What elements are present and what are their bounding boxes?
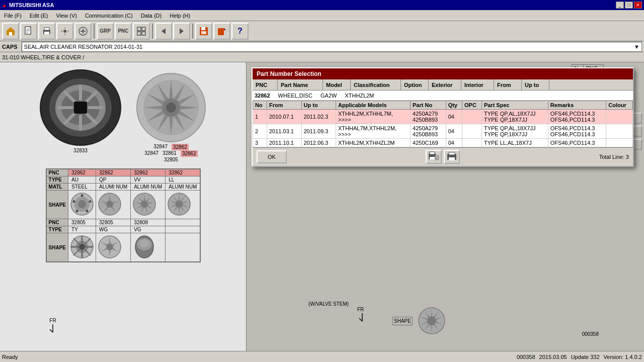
modal-hdr-pnc[interactable]: PNC [253, 79, 278, 90]
modal-hdr-partname[interactable]: Part Name [278, 79, 323, 90]
cell-models: XTHHAL7M,XTHHL2M,>>>> [336, 124, 411, 139]
next-button[interactable] [173, 23, 190, 40]
document-button[interactable] [20, 23, 37, 40]
table-row[interactable]: 1 2010.07.1 2011.02.3 XTHHL2M,XTHHL7M,>>… [253, 110, 633, 124]
modal-hdr-model[interactable]: Model [323, 79, 351, 90]
cell-opc [462, 110, 482, 124]
col-no: No [253, 101, 267, 110]
info-pnc: 32862 [255, 93, 270, 99]
close-btn[interactable]: ✕ [634, 2, 642, 9]
app-logo: ▲ [2, 3, 7, 8]
part-number-selection-modal: Part Number Selection PNC Part Name Mode… [252, 67, 634, 167]
svg-rect-78 [430, 152, 435, 154]
print-screen-button[interactable] [426, 150, 442, 164]
modal-info-row: 32862 WHEEL,DISC GA2W XTHHZL2M [253, 90, 633, 101]
col-from: From [267, 101, 301, 110]
modal-hdr-class[interactable]: Classification [351, 79, 401, 90]
status-ready: Ready [2, 354, 18, 360]
print-button-2[interactable] [444, 150, 460, 164]
status-update: Update 332 [571, 354, 600, 360]
modal-hdr-from[interactable]: From [494, 79, 522, 90]
cell-partno: 4250A279 4250B893 [411, 110, 446, 124]
modal-print-buttons [426, 150, 460, 164]
menu-view[interactable]: View (V) [54, 12, 79, 20]
modal-title: Part Number Selection [257, 70, 321, 77]
cell-qty: 04 [446, 110, 462, 124]
cell-opc [462, 139, 482, 147]
table-row[interactable]: 2 2011.03.1 2011.09.3 XTHHAL7M,XTHHL2M,>… [253, 124, 633, 139]
modal-hdr-interior[interactable]: Interior [461, 79, 494, 90]
add-button[interactable] [74, 23, 92, 40]
svg-marker-19 [162, 28, 166, 34]
cell-partspec: TYPE QP,AL,18X7JJ TYPE QP,18X7JJ [481, 124, 548, 139]
help-button[interactable]: ? [231, 23, 249, 40]
col-remarks: Remarks [548, 101, 606, 110]
cell-opc [462, 124, 482, 139]
menu-edit[interactable]: Edit (E) [28, 12, 50, 20]
svg-rect-15 [137, 27, 141, 31]
svg-rect-79 [430, 157, 435, 159]
table-row[interactable]: 3 2011.10.1 2012.06.3 XTHHL2M,XTHHZL2M 4… [253, 139, 633, 147]
menu-data[interactable]: Data (D) [139, 12, 164, 20]
modal-hdr-option[interactable]: Option [401, 79, 429, 90]
svg-rect-17 [137, 32, 141, 35]
cell-upto: 2011.09.3 [301, 124, 336, 139]
svg-marker-1 [7, 27, 15, 31]
cell-from: 2011.10.1 [267, 139, 301, 147]
caps-value: SEAL,AIR CLEANER RESONATOR 2014-01-31 [24, 44, 143, 50]
print-button[interactable] [38, 23, 55, 40]
svg-rect-83 [449, 157, 455, 160]
modal-ok-button[interactable]: OK [257, 150, 287, 163]
svg-rect-10 [44, 32, 49, 34]
status-date: 2015.03.05 [539, 354, 567, 360]
col-models: Applicable Models [336, 101, 411, 110]
cell-models: XTHHL2M,XTHHZL2M [336, 139, 411, 147]
save-button[interactable] [195, 23, 212, 40]
menu-communication[interactable]: Communication (C) [83, 12, 135, 20]
menu-help[interactable]: Help (H) [168, 12, 192, 20]
menu-file[interactable]: File (F) [2, 12, 24, 20]
settings-button[interactable] [56, 23, 73, 40]
status-version: Version: 1.4.0.2 [604, 354, 642, 360]
svg-rect-2 [9, 32, 12, 35]
sep3 [192, 24, 193, 39]
cell-no: 2 [253, 124, 267, 139]
prev-button[interactable] [155, 23, 172, 40]
caps-dropdown[interactable]: SEAL,AIR CLEANER RESONATOR 2014-01-31 ▼ [22, 42, 642, 52]
col-opc: OPC [462, 101, 482, 110]
breadcrumb-text: 31-010 WHEEL,TIRE & COVER / [2, 54, 84, 60]
sep2 [152, 24, 153, 39]
cell-remarks: OFS46,PCD114.3 OFS46,PCD114.3 [548, 110, 606, 124]
grid-button[interactable] [133, 23, 150, 40]
grp-button[interactable]: GRP [97, 23, 114, 40]
svg-rect-24 [218, 28, 224, 35]
modal-hdr-upto[interactable]: Up to [522, 79, 549, 90]
modal-overlay: Part Number Selection PNC Part Name Mode… [0, 62, 644, 351]
cell-upto: 2011.02.3 [301, 110, 336, 124]
col-partno: Part No [411, 101, 446, 110]
info-classification: XTHHZL2M [345, 93, 374, 99]
export-button[interactable] [213, 23, 230, 40]
svg-rect-22 [201, 27, 205, 30]
pnc-button[interactable]: PNC [115, 23, 132, 40]
dropdown-arrow-icon: ▼ [634, 44, 639, 50]
total-line-label: Total Line: 3 [599, 154, 629, 160]
cell-upto: 2012.06.3 [301, 139, 336, 147]
cell-partno: 4250A279 4250B893 [411, 124, 446, 139]
svg-rect-18 [142, 32, 145, 35]
caps-label: CAPS [2, 44, 18, 50]
cell-no: 3 [253, 139, 267, 147]
modal-col-headers: PNC Part Name Model Classification Optio… [253, 79, 633, 90]
cell-remarks: OFS46,PCD114.3 OFS46,PCD114.3 [548, 124, 606, 139]
modal-table: No From Up to Applicable Models Part No … [253, 101, 633, 147]
cell-qty: 04 [446, 124, 462, 139]
caps-bar: CAPS SEAL,AIR CLEANER RESONATOR 2014-01-… [0, 41, 644, 52]
modal-hdr-exterior[interactable]: Exterior [429, 79, 461, 90]
minimize-btn[interactable]: _ [616, 2, 624, 9]
col-upto: Up to [301, 101, 336, 110]
sep1 [94, 24, 95, 39]
home-button[interactable] [2, 23, 19, 40]
col-colour: Colour [606, 101, 633, 110]
menu-bar: File (F) Edit (E) View (V) Communication… [0, 10, 644, 21]
restore-btn[interactable]: □ [625, 2, 633, 9]
